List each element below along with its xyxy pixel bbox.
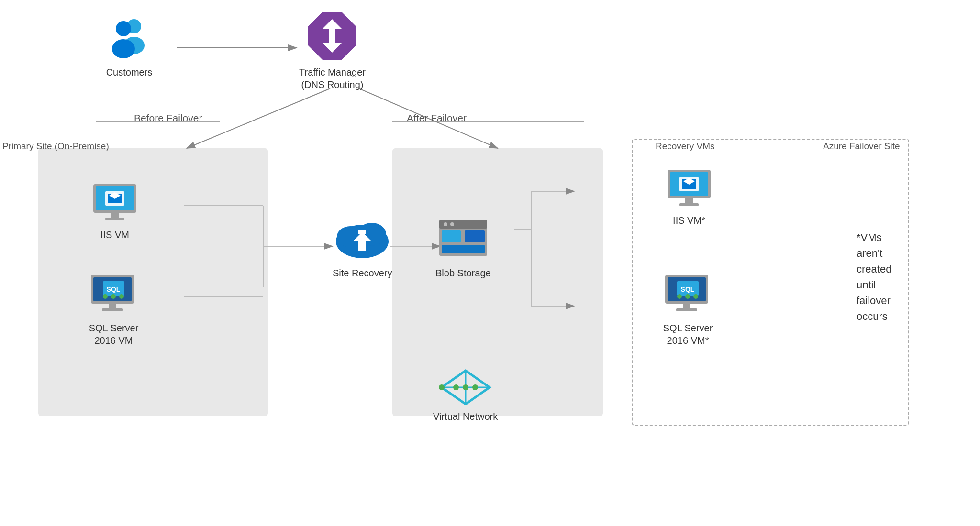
sql-vm-primary-label: SQL Server2016 VM (89, 322, 139, 347)
virtual-network-icon (439, 368, 492, 406)
before-failover-label: Before Failover (134, 112, 202, 124)
svg-rect-28 (111, 213, 119, 218)
blob-storage-icon (437, 215, 490, 263)
svg-rect-44 (358, 230, 366, 234)
traffic-manager-block: Traffic Manager(DNS Routing) (299, 10, 366, 91)
svg-line-3 (187, 88, 330, 148)
iis-vm-primary-block: IIS VM (91, 182, 139, 241)
sql-vm-primary-icon: SQL (89, 273, 139, 318)
svg-point-48 (450, 222, 454, 226)
virtual-network-label: Virtual Network (433, 410, 498, 423)
svg-point-35 (103, 294, 108, 299)
svg-text:SQL: SQL (107, 285, 121, 293)
sql-vm-primary-block: SQL SQL Server2016 VM (89, 273, 139, 347)
iis-vm-recovery-block: IIS VM* (665, 167, 713, 227)
svg-rect-50 (465, 230, 485, 242)
azure-failover-label: Azure Failover Site (823, 141, 900, 152)
sql-vm-recovery-block: SQL SQL Server2016 VM* (663, 273, 713, 347)
primary-site-label: Primary Site (On-Premise) (2, 141, 109, 152)
svg-point-73 (453, 384, 459, 390)
svg-rect-38 (109, 304, 116, 308)
sql-vm-recovery-icon: SQL (663, 273, 713, 318)
svg-rect-49 (442, 230, 461, 242)
svg-point-66 (693, 294, 698, 299)
primary-site-region (38, 148, 268, 416)
svg-rect-51 (442, 245, 485, 253)
blob-storage-block: Blob Storage (435, 215, 491, 279)
svg-point-64 (677, 294, 682, 299)
traffic-manager-icon (306, 10, 358, 62)
customers-label: Customers (106, 66, 153, 78)
vms-note: *VMs aren't created until failover occur… (857, 230, 891, 324)
svg-point-74 (463, 384, 468, 390)
svg-point-37 (119, 294, 124, 299)
diagram-container: Customers Traffic Manager(DNS Routing) B… (0, 0, 980, 526)
svg-point-65 (685, 294, 690, 299)
svg-rect-68 (676, 308, 697, 311)
svg-rect-67 (683, 304, 690, 308)
blob-storage-label: Blob Storage (435, 267, 491, 279)
svg-text:SQL: SQL (681, 285, 695, 293)
iis-vm-recovery-label: IIS VM* (673, 214, 705, 227)
after-failover-label: After Failover (407, 112, 467, 124)
svg-point-36 (111, 294, 116, 299)
customers-icon (105, 14, 153, 62)
svg-point-18 (116, 21, 131, 36)
site-recovery-icon (334, 215, 391, 263)
sql-vm-recovery-label: SQL Server2016 VM* (663, 322, 713, 347)
site-recovery-block: Site Recovery (333, 215, 392, 279)
iis-vm-primary-icon (91, 182, 139, 225)
svg-point-47 (444, 222, 447, 226)
svg-rect-39 (102, 308, 123, 311)
iis-vm-recovery-icon (665, 167, 713, 210)
svg-point-19 (112, 39, 135, 58)
traffic-manager-label: Traffic Manager(DNS Routing) (299, 66, 366, 91)
site-recovery-label: Site Recovery (333, 267, 392, 279)
customers-block: Customers (105, 14, 153, 78)
virtual-network-block: Virtual Network (433, 368, 498, 423)
iis-vm-primary-label: IIS VM (100, 229, 129, 241)
svg-rect-58 (679, 203, 699, 206)
svg-rect-57 (685, 198, 693, 203)
svg-point-75 (472, 384, 478, 390)
recovery-vms-label: Recovery VMs (656, 141, 715, 152)
svg-rect-29 (105, 218, 124, 220)
